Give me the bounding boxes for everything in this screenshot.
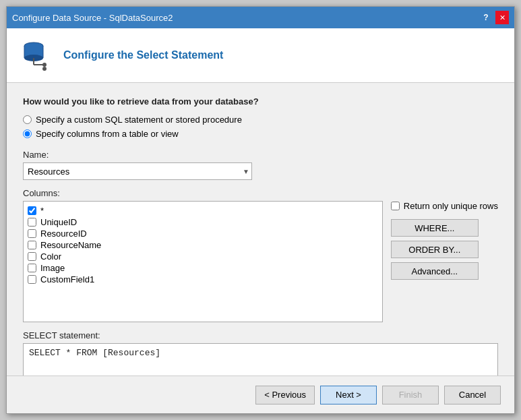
main-content: How would you like to retrieve data from… [7, 83, 514, 376]
footer: < Previous Next > Finish Cancel [7, 376, 514, 413]
select-statement-label: SELECT statement: [23, 330, 498, 340]
column-customfield1-label: CustomField1 [40, 274, 94, 284]
columns-row: * UniqueID ResourceID ResourceName [23, 201, 498, 322]
select-statement-section: SELECT statement: SELECT * FROM [Resourc… [23, 330, 498, 376]
svg-point-8 [42, 67, 47, 71]
return-unique-row[interactable]: Return only unique rows [391, 201, 498, 211]
column-uniqueid-checkbox[interactable] [28, 218, 36, 227]
column-resourcename[interactable]: ResourceName [28, 240, 378, 250]
name-dropdown[interactable]: Resources [23, 162, 252, 180]
column-resourceid[interactable]: ResourceID [28, 229, 378, 239]
content-area: Configure the Select Statement How would… [7, 28, 514, 413]
radio-custom-sql[interactable]: Specify a custom SQL statement or stored… [23, 115, 498, 125]
radio-custom-sql-label: Specify a custom SQL statement or stored… [36, 115, 242, 125]
column-resourceid-label: ResourceID [40, 229, 87, 239]
where-button[interactable]: WHERE... [391, 219, 479, 237]
radio-custom-sql-input[interactable] [23, 115, 32, 124]
question-text: How would you like to retrieve data from… [23, 96, 498, 107]
column-image-label: Image [40, 263, 65, 273]
columns-label: Columns: [23, 188, 498, 198]
database-icon [20, 39, 53, 71]
columns-list: * UniqueID ResourceID ResourceName [23, 201, 383, 322]
title-controls: ? ✕ [479, 11, 509, 24]
header-section: Configure the Select Statement [7, 28, 514, 83]
column-customfield1[interactable]: CustomField1 [28, 274, 378, 284]
column-customfield1-checkbox[interactable] [28, 275, 36, 284]
column-uniqueid-label: UniqueID [40, 217, 77, 227]
column-image-checkbox[interactable] [28, 264, 36, 272]
column-resourcename-label: ResourceName [40, 240, 101, 250]
main-window: Configure Data Source - SqlDataSource2 ?… [6, 6, 515, 414]
select-statement-textarea[interactable]: SELECT * FROM [Resources] [23, 343, 498, 376]
column-image[interactable]: Image [28, 263, 378, 273]
column-color-checkbox[interactable] [28, 252, 36, 261]
advanced-button[interactable]: Advanced... [391, 262, 479, 280]
column-star-label: * [40, 206, 44, 216]
svg-point-7 [42, 63, 47, 67]
order-by-button[interactable]: ORDER BY... [391, 241, 479, 258]
column-star[interactable]: * [28, 206, 378, 216]
return-unique-label: Return only unique rows [404, 201, 498, 211]
column-star-checkbox[interactable] [28, 206, 36, 215]
next-button[interactable]: Next > [320, 386, 377, 404]
radio-group: Specify a custom SQL statement or stored… [23, 115, 498, 139]
header-title: Configure the Select Statement [63, 49, 223, 61]
previous-button[interactable]: < Previous [255, 386, 315, 404]
close-button[interactable]: ✕ [495, 11, 509, 24]
radio-columns[interactable]: Specify columns from a table or view [23, 129, 498, 139]
select-textarea-wrap: SELECT * FROM [Resources] [23, 343, 498, 376]
finish-button[interactable]: Finish [382, 386, 439, 404]
column-color-label: Color [40, 251, 61, 262]
column-uniqueid[interactable]: UniqueID [28, 217, 378, 227]
name-label: Name: [23, 150, 498, 160]
column-resourcename-checkbox[interactable] [28, 241, 36, 249]
cancel-button[interactable]: Cancel [444, 386, 501, 404]
help-button[interactable]: ? [479, 11, 493, 24]
column-color[interactable]: Color [28, 251, 378, 262]
title-bar: Configure Data Source - SqlDataSource2 ?… [7, 7, 514, 28]
return-unique-checkbox[interactable] [391, 202, 400, 210]
window-title: Configure Data Source - SqlDataSource2 [12, 13, 173, 23]
radio-columns-input[interactable] [23, 129, 32, 138]
name-dropdown-wrap: Resources ▼ [23, 162, 252, 180]
columns-buttons: Return only unique rows WHERE... ORDER B… [391, 201, 498, 280]
radio-columns-label: Specify columns from a table or view [36, 129, 179, 139]
columns-section: Columns: * UniqueID Resource [23, 188, 498, 322]
column-resourceid-checkbox[interactable] [28, 229, 36, 238]
name-section: Name: Resources ▼ [23, 150, 498, 180]
